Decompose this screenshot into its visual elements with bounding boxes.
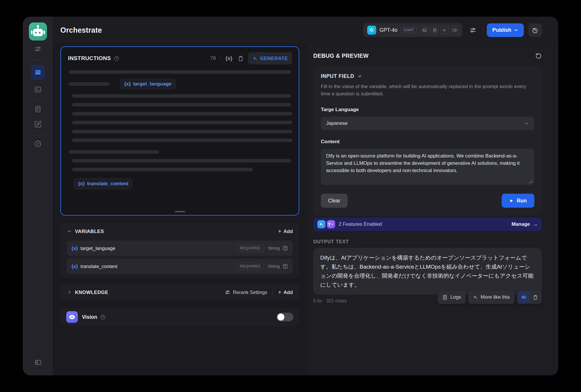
logs-button[interactable]: Logs (438, 290, 466, 304)
features-bar[interactable]: T 2 Features Enabled Manage → (313, 218, 542, 231)
string-type-icon (282, 245, 288, 251)
audio-actions (517, 290, 542, 304)
plus-icon: + (278, 228, 281, 234)
language-select[interactable]: Japanese (321, 117, 534, 130)
add-label: Add (284, 290, 293, 295)
generate-label: GENERATE (260, 56, 288, 61)
variable-chip-translate-content[interactable]: {x} translate_content (74, 178, 133, 189)
variables-header[interactable]: VARIABLES + Add (67, 226, 293, 237)
variable-chip-label: target_language (133, 81, 172, 87)
output-footer: 5.6s · 321 chars Logs (313, 290, 542, 304)
knowledge-title: KNOWLEDGE (75, 290, 108, 295)
sidebar-item-model-settings[interactable] (31, 42, 45, 56)
add-label: Add (284, 229, 293, 234)
variable-chip-label: translate_content (87, 181, 129, 187)
skeleton-line (72, 103, 291, 106)
skeleton-line (72, 121, 292, 124)
input-field-card: INPUT FIELD Fill in the value of the var… (313, 66, 542, 215)
sidebar-item-terminal[interactable] (31, 83, 45, 96)
skeleton-line (72, 139, 292, 142)
toolbar-divider (220, 55, 221, 62)
model-selector[interactable]: GPT-4o CHAT (363, 23, 463, 37)
manage-features-button[interactable]: Manage → (512, 221, 538, 227)
more-like-this-button[interactable]: More like this (468, 290, 514, 304)
gauge-icon (34, 140, 42, 148)
add-variable-button[interactable]: + Add (278, 228, 293, 234)
sparkles-feature-icon (317, 220, 326, 228)
skeleton-line (72, 130, 292, 133)
sidebar-divider (32, 60, 44, 60)
textarea-resize-icon[interactable] (529, 180, 532, 183)
string-type-icon (282, 263, 288, 269)
variable-name: target_language (80, 246, 115, 251)
features-enabled-label: 2 Features Enabled (339, 221, 382, 227)
generate-button[interactable]: GENERATE (248, 52, 292, 64)
collapse-sidebar-button[interactable] (31, 356, 45, 369)
robot-head (33, 29, 43, 36)
skeleton-line (72, 168, 253, 171)
input-field-header[interactable]: INPUT FIELD (321, 73, 534, 79)
history-button[interactable] (528, 23, 542, 37)
document-capability-icon (431, 26, 439, 34)
vision-toggle[interactable] (276, 313, 293, 321)
publish-button[interactable]: Publish (487, 23, 524, 37)
publish-label: Publish (492, 27, 511, 33)
resize-handle[interactable] (175, 211, 185, 212)
instructions-content[interactable]: {x} target_language (61, 66, 299, 209)
content-textarea[interactable]: Dify is an open-source platform for buil… (321, 149, 534, 185)
char-count: 78 (210, 55, 216, 61)
copy-icon[interactable] (530, 292, 540, 303)
help-icon[interactable] (100, 314, 106, 320)
collapse-sidebar-icon (34, 359, 42, 366)
required-badge: REQUIRED (237, 263, 264, 270)
rerank-sliders-icon (225, 289, 230, 295)
variable-row-translate-content[interactable]: {x} translate_content REQUIRED String (67, 259, 293, 274)
copy-icon[interactable] (238, 55, 244, 62)
skeleton-line (72, 112, 292, 116)
sidebar-divider (32, 135, 44, 135)
clear-button[interactable]: Clear (321, 194, 348, 208)
help-icon[interactable] (114, 56, 119, 61)
sidebar-item-orchestrate[interactable] (31, 65, 45, 80)
variable-token-icon: {x} (124, 81, 131, 87)
main-column: Orchestrate (53, 17, 558, 375)
chevron-down-icon (357, 74, 362, 79)
run-label: Run (517, 198, 527, 204)
reset-icon[interactable] (535, 52, 542, 59)
document-list-icon (34, 105, 42, 113)
rerank-settings-button[interactable]: Rerank Settings (225, 289, 267, 295)
skeleton-row: {x} translate_content (74, 178, 291, 189)
insert-variable-button[interactable]: {x} (225, 55, 232, 62)
arrow-right-icon: → (533, 221, 538, 227)
robot-app-icon[interactable] (29, 22, 47, 41)
instructions-toolbar: 78 {x} GENERATE (210, 52, 292, 64)
play-icon (509, 199, 514, 203)
input-field-description: Fill in the value of the variable, which… (321, 83, 534, 97)
robot-eye (39, 32, 41, 34)
logs-label: Logs (450, 294, 461, 300)
instructions-panel[interactable]: INSTRUCTIONS 78 {x} (60, 46, 299, 216)
sidebar-item-logs[interactable] (31, 102, 45, 116)
sidebar-item-annotation[interactable] (31, 118, 45, 131)
language-select-value: Japanese (326, 120, 348, 126)
openai-logo-icon (367, 26, 376, 35)
tts-letter: T (328, 222, 330, 227)
language-field-label: Targe Language (321, 107, 534, 113)
knowledge-section[interactable]: KNOWLEDGE Rerank Settings (60, 284, 299, 301)
run-button[interactable]: Run (502, 194, 534, 208)
topbar: Orchestrate (53, 17, 558, 43)
variable-chip-target-language[interactable]: {x} target_language (120, 78, 176, 90)
required-badge: REQUIRED (237, 245, 264, 252)
speaker-icon[interactable] (518, 292, 529, 303)
plus-icon: + (278, 289, 281, 295)
sidebar-item-monitoring[interactable] (31, 137, 45, 150)
divider (272, 289, 273, 295)
add-knowledge-button[interactable]: + Add (278, 289, 293, 295)
vision-icon (66, 311, 78, 323)
audio-capability-icon (441, 26, 449, 34)
rerank-settings-label: Rerank Settings (233, 290, 267, 295)
variable-name: translate_content (80, 264, 118, 269)
app-window: Orchestrate (23, 17, 558, 375)
model-parameters-button[interactable] (467, 24, 480, 36)
variable-row-target-language[interactable]: {x} target_language REQUIRED String (67, 241, 293, 256)
